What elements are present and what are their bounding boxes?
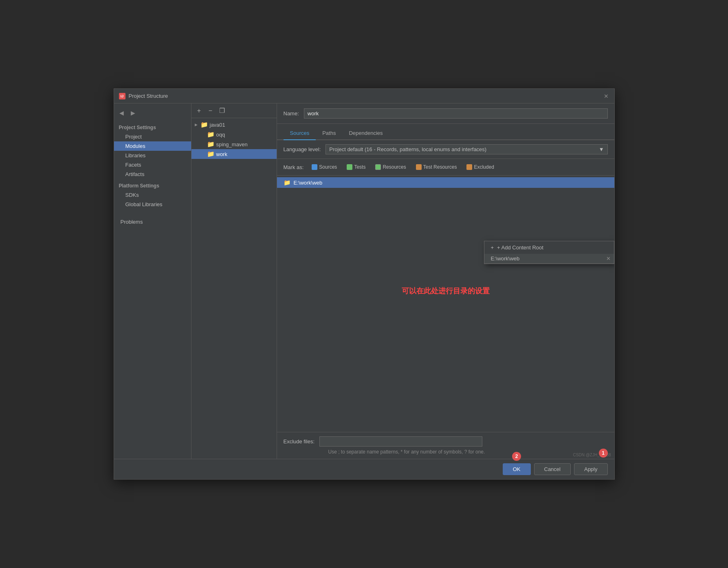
folder-icon: 📁 — [207, 141, 215, 148]
ok-button[interactable]: OK — [503, 463, 531, 475]
resources-icon — [375, 164, 381, 170]
test-resources-icon — [416, 164, 422, 170]
sources-icon — [312, 164, 317, 170]
dialog-body: ◀ ▶ Project Settings Project Modules Lib… — [114, 103, 614, 459]
project-structure-dialog: IJ Project Structure ✕ ◀ ▶ Project Setti… — [114, 88, 615, 480]
mark-test-resources-button[interactable]: Test Resources — [413, 163, 460, 171]
app-icon: IJ — [119, 93, 125, 99]
content-list: 📁 E:\work\web — [277, 176, 614, 189]
folder-icon: 📁 — [207, 131, 215, 138]
sidebar-item-sdks[interactable]: SDKs — [114, 190, 191, 200]
add-module-button[interactable]: + — [195, 106, 204, 115]
mark-tests-button[interactable]: Tests — [343, 163, 369, 171]
tree-panel: + − ❐ ▶ 📁 java01 📁 oqq 📁 sping — [191, 103, 277, 459]
sidebar-item-artifacts[interactable]: Artifacts — [114, 170, 191, 179]
popup-menu: + + Add Content Root E:\work\web ✕ — [484, 241, 614, 264]
popup-path-text: E:\work\web — [491, 255, 520, 262]
folder-icon: 📁 — [200, 121, 208, 128]
dialog-footer: 2 OK Cancel 1 Apply — [114, 459, 614, 479]
name-input[interactable] — [304, 108, 608, 119]
tree-item-work[interactable]: 📁 work — [191, 149, 277, 159]
language-level-row: Language level: Project default (16 - Re… — [277, 140, 614, 159]
content-area: 📁 E:\work\web 可以在此处进行目录的设置 + + Add Conte… — [277, 176, 614, 432]
popup-path-row: E:\work\web ✕ — [484, 254, 614, 264]
title-bar: IJ Project Structure ✕ — [114, 89, 614, 103]
bottom-area: Exclude files: Use ; to separate name pa… — [277, 432, 614, 459]
annotation-text: 可以在此处进行目录的设置 — [402, 286, 490, 296]
excluded-icon — [466, 164, 472, 170]
content-root-path: E:\work\web — [294, 180, 323, 186]
apply-button[interactable]: Apply — [574, 463, 608, 475]
project-settings-header: Project Settings — [114, 121, 191, 132]
annotation-badge-1: 1 — [599, 449, 608, 458]
tab-sources[interactable]: Sources — [284, 127, 316, 140]
nav-buttons: ◀ ▶ — [114, 107, 191, 121]
sidebar-item-facets[interactable]: Facets — [114, 160, 191, 170]
sidebar-item-modules[interactable]: Modules — [114, 141, 191, 151]
expand-arrow: ▶ — [195, 123, 199, 127]
copy-module-button[interactable]: ❐ — [218, 106, 227, 115]
back-button[interactable]: ◀ — [117, 108, 126, 117]
language-level-value: Project default (16 - Records, patterns,… — [329, 146, 486, 152]
module-tree: ▶ 📁 java01 📁 oqq 📁 sping_maven 📁 — [191, 118, 277, 459]
tab-paths[interactable]: Paths — [316, 127, 342, 140]
mark-sources-button[interactable]: Sources — [308, 163, 340, 171]
exclude-row: Exclude files: — [284, 436, 608, 447]
folder-icon: 📁 — [207, 150, 215, 158]
tree-item-oqq[interactable]: 📁 oqq — [191, 130, 277, 139]
sidebar: ◀ ▶ Project Settings Project Modules Lib… — [114, 103, 191, 459]
name-row: Name: — [277, 103, 614, 124]
main-content: Name: Sources Paths Dependencies Languag… — [277, 103, 614, 459]
tab-dependencies[interactable]: Dependencies — [342, 127, 389, 140]
tree-toolbar: + − ❐ — [191, 103, 277, 118]
language-level-select[interactable]: Project default (16 - Records, patterns,… — [326, 144, 607, 154]
close-button[interactable]: ✕ — [603, 93, 609, 99]
tree-item-sping-maven[interactable]: 📁 sping_maven — [191, 139, 277, 149]
tree-item-java01[interactable]: ▶ 📁 java01 — [191, 120, 277, 130]
forward-button[interactable]: ▶ — [129, 108, 138, 117]
language-level-label: Language level: — [284, 146, 321, 152]
exclude-hint: Use ; to separate name patterns, * for a… — [284, 449, 608, 455]
popup-close-icon[interactable]: ✕ — [606, 255, 611, 262]
remove-module-button[interactable]: − — [206, 106, 215, 115]
add-content-root-button[interactable]: + + Add Content Root — [484, 241, 614, 254]
sidebar-item-project[interactable]: Project — [114, 132, 191, 141]
platform-settings-header: Platform Settings — [114, 179, 191, 190]
name-label: Name: — [284, 110, 299, 117]
exclude-label: Exclude files: — [284, 438, 315, 445]
annotation-badge-2: 2 — [512, 452, 521, 461]
dropdown-arrow-icon: ▼ — [599, 146, 604, 152]
exclude-input[interactable] — [319, 436, 482, 447]
tests-icon — [347, 164, 352, 170]
mark-as-row: Mark as: Sources Tests Resources Test Re… — [277, 159, 614, 176]
content-root-folder-icon: 📁 — [284, 179, 290, 186]
mark-as-label: Mark as: — [284, 164, 304, 170]
mark-excluded-button[interactable]: Excluded — [463, 163, 497, 171]
cancel-button[interactable]: Cancel — [534, 463, 571, 475]
mark-resources-button[interactable]: Resources — [372, 163, 409, 171]
plus-icon: + — [491, 244, 494, 251]
sidebar-item-problems[interactable]: Problems — [114, 217, 191, 227]
content-root-row[interactable]: 📁 E:\work\web — [277, 177, 614, 188]
sidebar-item-global-libraries[interactable]: Global Libraries — [114, 200, 191, 209]
sidebar-item-libraries[interactable]: Libraries — [114, 151, 191, 160]
dialog-title: Project Structure — [129, 93, 600, 99]
tabs-row: Sources Paths Dependencies — [277, 124, 614, 140]
